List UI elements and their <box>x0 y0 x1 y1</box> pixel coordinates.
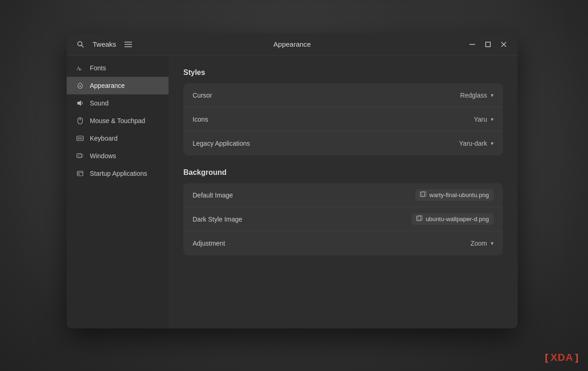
startup-icon <box>76 169 84 178</box>
dark-style-image-file-icon <box>416 215 423 223</box>
svg-rect-24 <box>79 154 83 157</box>
search-icon <box>77 41 84 48</box>
adjustment-dropdown[interactable]: Zoom ▾ <box>470 240 494 247</box>
icons-dropdown[interactable]: Yaru ▾ <box>474 116 494 123</box>
xda-logo: [ XDA ] <box>545 352 579 364</box>
adjustment-value: Zoom <box>470 240 487 247</box>
appearance-label: Appearance <box>90 82 125 89</box>
mouse-touchpad-label: Mouse & Touchpad <box>90 117 145 124</box>
cursor-value: Redglass <box>460 92 487 99</box>
keyboard-label: Keyboard <box>90 135 118 142</box>
svg-rect-6 <box>486 42 490 47</box>
default-image-value: warty-final-ubuntu.png <box>429 192 489 198</box>
startup-label: Startup Applications <box>90 170 147 177</box>
svg-rect-12 <box>77 102 79 105</box>
window-body: A a Fonts Appearance <box>67 56 518 328</box>
cursor-dropdown[interactable]: Redglass ▾ <box>460 92 494 99</box>
windows-icon <box>76 152 84 160</box>
cursor-row: Cursor Redglass ▾ <box>183 83 503 107</box>
default-image-file-icon <box>420 191 426 199</box>
fonts-label: Fonts <box>90 64 106 72</box>
menu-icon <box>125 42 132 47</box>
sidebar-item-startup[interactable]: Startup Applications <box>67 165 169 182</box>
maximize-icon <box>485 42 491 47</box>
cursor-label: Cursor <box>193 92 212 99</box>
content-area: Styles Cursor Redglass ▾ Icons Yaru ▾ <box>169 56 518 328</box>
styles-section-title: Styles <box>183 68 503 77</box>
svg-rect-27 <box>78 173 80 175</box>
fonts-icon: A a <box>76 64 84 72</box>
xda-bracket-right: ] <box>575 352 579 363</box>
search-button[interactable] <box>74 38 87 51</box>
minimize-icon <box>469 44 475 45</box>
minimize-button[interactable] <box>466 38 479 51</box>
svg-rect-25 <box>77 171 83 176</box>
app-title: Tweaks <box>93 40 116 48</box>
dark-style-image-picker[interactable]: ubuntu-wallpaper-d.png <box>412 213 494 225</box>
close-icon <box>501 42 507 47</box>
default-image-picker[interactable]: warty-final-ubuntu.png <box>415 189 494 201</box>
svg-point-15 <box>80 119 81 120</box>
svg-rect-19 <box>81 137 82 138</box>
sidebar-item-keyboard[interactable]: Keyboard <box>67 130 169 147</box>
legacy-applications-label: Legacy Applications <box>193 140 250 147</box>
svg-text:a: a <box>80 67 81 71</box>
window-title: Appearance <box>274 40 311 48</box>
background-group: Default Image warty-final-ubuntu.png Dar… <box>183 183 503 255</box>
svg-rect-21 <box>79 139 81 140</box>
dark-style-image-row: Dark Style Image ubuntu-wallpaper-d.png <box>183 207 503 231</box>
sidebar-item-appearance[interactable]: Appearance <box>67 77 169 94</box>
title-bar: Tweaks Appearance <box>67 33 518 56</box>
adjustment-row: Adjustment Zoom ▾ <box>183 231 503 255</box>
icons-label: Icons <box>193 116 208 123</box>
default-image-row: Default Image warty-final-ubuntu.png <box>183 183 503 207</box>
keyboard-icon <box>76 134 84 142</box>
background-section-title: Background <box>183 168 503 177</box>
xda-text: XDA <box>550 352 573 364</box>
sidebar-item-windows[interactable]: Windows <box>67 147 169 165</box>
styles-group: Cursor Redglass ▾ Icons Yaru ▾ Legacy Ap… <box>183 83 503 155</box>
svg-point-11 <box>80 86 81 87</box>
svg-rect-17 <box>78 137 79 138</box>
sound-label: Sound <box>90 99 108 107</box>
sidebar: A a Fonts Appearance <box>67 56 169 328</box>
xda-bracket-left: [ <box>545 352 549 363</box>
sidebar-item-sound[interactable]: Sound <box>67 94 169 112</box>
icons-chevron-icon: ▾ <box>491 116 494 123</box>
cursor-chevron-icon: ▾ <box>491 92 494 99</box>
svg-rect-16 <box>77 136 83 141</box>
sidebar-item-mouse-touchpad[interactable]: Mouse & Touchpad <box>67 112 169 130</box>
sound-icon <box>76 99 84 107</box>
maximize-button[interactable] <box>482 38 494 51</box>
icons-value: Yaru <box>474 116 487 123</box>
dark-style-image-value: ubuntu-wallpaper-d.png <box>425 216 489 223</box>
legacy-applications-chevron-icon: ▾ <box>491 140 494 147</box>
dark-style-image-label: Dark Style Image <box>193 216 242 223</box>
icons-row: Icons Yaru ▾ <box>183 107 503 131</box>
menu-button[interactable] <box>122 38 135 51</box>
sidebar-item-fonts[interactable]: A a Fonts <box>67 59 169 77</box>
close-button[interactable] <box>497 38 510 51</box>
svg-line-1 <box>81 45 83 47</box>
legacy-applications-dropdown[interactable]: Yaru-dark ▾ <box>459 140 494 147</box>
title-bar-left: Tweaks <box>74 38 135 51</box>
windows-label: Windows <box>90 152 116 160</box>
svg-rect-20 <box>78 139 79 140</box>
main-window: Tweaks Appearance <box>67 33 518 328</box>
svg-rect-22 <box>81 139 82 140</box>
title-bar-controls <box>466 38 510 51</box>
mouse-icon <box>76 117 84 125</box>
legacy-applications-row: Legacy Applications Yaru-dark ▾ <box>183 131 503 155</box>
adjustment-label: Adjustment <box>193 240 225 247</box>
appearance-icon <box>76 81 84 90</box>
svg-rect-18 <box>80 137 81 138</box>
adjustment-chevron-icon: ▾ <box>491 240 494 247</box>
default-image-label: Default Image <box>193 192 233 199</box>
legacy-applications-value: Yaru-dark <box>459 140 487 147</box>
